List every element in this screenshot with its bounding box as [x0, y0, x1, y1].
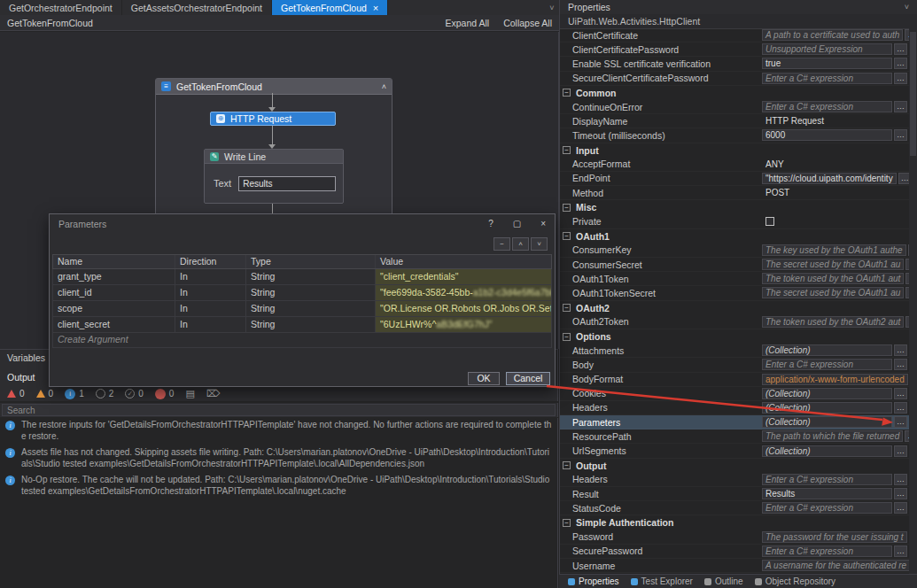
property-value-box[interactable]: The key used by the OAuth1 authe — [762, 244, 906, 256]
help-icon[interactable]: ? — [488, 219, 493, 228]
document-tab-gettokenfromcloud[interactable]: GetTokenFromCloud× — [272, 0, 388, 15]
ellipsis-button[interactable]: … — [894, 474, 907, 485]
property-value-box[interactable]: "https://cloud.uipath.com/identity — [762, 173, 897, 184]
expand-all-button[interactable]: Expand All — [446, 18, 490, 28]
property-value-box[interactable]: Enter a C# expression — [762, 101, 892, 112]
column-header-direction[interactable]: Direction — [175, 255, 246, 268]
property-value-box[interactable]: (Collection) — [762, 344, 892, 356]
filter-success-button[interactable]: ✓0 — [125, 389, 144, 398]
document-tab-getorchestratorendpoint[interactable]: GetOrchestratorEndpoint — [0, 0, 122, 15]
property-row-consumersecret[interactable]: ConsumerSecretThe secret used by the OAu… — [560, 258, 909, 272]
panel-tab-outline[interactable]: Outline — [704, 576, 743, 586]
property-row-displayname[interactable]: DisplayNameHTTP Request — [560, 114, 909, 128]
property-value-box[interactable]: (Collection) — [762, 445, 892, 457]
property-row-attachments[interactable]: Attachments(Collection)… — [560, 344, 909, 358]
log-message[interactable]: iNo-Op restore. The cache will not be up… — [5, 475, 552, 497]
log-message[interactable]: iAssets file has not changed. Skipping a… — [5, 447, 552, 469]
filter-warnings-button[interactable]: 0 — [36, 389, 54, 398]
ellipsis-button[interactable]: … — [894, 388, 907, 399]
property-row-acceptformat[interactable]: AcceptFormatANY — [560, 158, 909, 172]
property-value-box[interactable]: true — [762, 58, 892, 69]
property-row-continueonerror[interactable]: ContinueOnErrorEnter a C# expression… — [560, 100, 909, 114]
column-header-type[interactable]: Type — [246, 255, 376, 268]
close-icon[interactable]: × — [540, 219, 546, 228]
property-value-box[interactable]: A path to a certificate used to auth — [762, 29, 903, 41]
property-value-box[interactable]: 6000 — [762, 129, 892, 141]
panel-tab-test-explorer[interactable]: Test Explorer — [631, 576, 693, 586]
property-row-secureclientcertificatepassword[interactable]: SecureClientCertificatePasswordEnter a C… — [560, 72, 909, 86]
property-value-box[interactable]: Enter a C# expression — [762, 73, 892, 84]
property-row-bodyformat[interactable]: BodyFormatapplication/x-www-form-urlenco… — [560, 373, 909, 387]
param-value[interactable]: "fee699da-3582-45bb-a1b2-c3d4e5f6a7b8" — [376, 285, 551, 300]
parameters-table-header[interactable]: Name Direction Type Value — [52, 254, 552, 269]
property-value-box[interactable]: The token used by the OAuth2 aut — [762, 316, 904, 328]
ellipsis-button[interactable]: … — [894, 488, 907, 499]
property-section-input[interactable]: −Input — [560, 143, 909, 158]
http-request-activity[interactable]: ⊕ HTTP Request — [210, 112, 336, 126]
property-row-securepassword[interactable]: SecurePasswordEnter a C# expression… — [560, 545, 909, 559]
log-message[interactable]: iThe restore inputs for 'GetDetailsFromO… — [5, 420, 552, 442]
collapse-section-icon[interactable]: − — [563, 304, 571, 312]
panel-tab-object-repository[interactable]: Object Repository — [755, 576, 835, 586]
property-value-box[interactable]: The token used by the OAuth1 aut — [762, 273, 904, 284]
ellipsis-button[interactable]: … — [894, 445, 907, 457]
ellipsis-button[interactable]: … — [894, 359, 907, 370]
property-row-private[interactable]: Private — [560, 214, 909, 228]
column-header-name[interactable]: Name — [53, 255, 175, 268]
ellipsis-button[interactable]: … — [894, 416, 907, 428]
filter-errors-button[interactable]: 0 — [7, 389, 25, 398]
property-section-output[interactable]: −Output — [560, 459, 909, 473]
ellipsis-button[interactable]: … — [894, 43, 907, 55]
property-row-headers[interactable]: HeadersEnter a C# expression… — [560, 473, 909, 487]
property-row-cookies[interactable]: Cookies(Collection)… — [560, 387, 909, 401]
close-icon[interactable]: × — [373, 4, 378, 12]
parameter-row-client-id[interactable]: client_idInString"fee699da-3582-45bb-a1b… — [52, 285, 552, 301]
parameter-row-client-secret[interactable]: client_secretInString"6UzLHWr%^aB3dEfG7h… — [52, 317, 552, 333]
ellipsis-button[interactable]: … — [894, 101, 907, 112]
collapse-all-button[interactable]: Collapse All — [503, 18, 552, 28]
property-row-timeout-milliseconds[interactable]: Timeout (milliseconds)6000… — [560, 128, 909, 143]
property-row-method[interactable]: MethodPOST — [560, 186, 909, 200]
property-row-endpoint[interactable]: EndPoint"https://cloud.uipath.com/identi… — [560, 172, 909, 186]
create-argument-row[interactable]: Create Argument — [52, 333, 552, 348]
property-section-simple-authentication[interactable]: −Simple Authentication — [560, 515, 909, 530]
property-value-box[interactable]: Enter a C# expression — [762, 474, 892, 485]
param-value[interactable]: "6UzLHWr%^aB3dEfG7hJ" — [376, 317, 551, 332]
ellipsis-button[interactable]: … — [894, 502, 907, 514]
maximize-icon[interactable]: ▢ — [513, 219, 521, 228]
delete-logs-button[interactable]: ⌦ — [206, 389, 221, 398]
clear-all-button[interactable]: ▤ — [185, 389, 194, 398]
collapse-section-icon[interactable]: − — [563, 333, 571, 341]
property-row-oauth1token[interactable]: OAuth1TokenThe token used by the OAuth1 … — [560, 272, 909, 286]
write-line-text-input[interactable] — [238, 176, 336, 191]
collapse-section-icon[interactable]: − — [563, 204, 571, 212]
property-row-oauth1tokensecret[interactable]: OAuth1TokenSecretThe secret used by the … — [560, 286, 909, 300]
ellipsis-button[interactable]: … — [894, 129, 907, 141]
filter-trace-button[interactable]: 2 — [96, 389, 114, 398]
property-value-box[interactable]: Enter a C# expression — [762, 502, 892, 514]
param-value[interactable]: "OR.License OR.Robots OR.Jobs OR.Setting… — [376, 301, 551, 316]
dialog-title-bar[interactable]: Parameters ? ▢ × — [50, 214, 555, 233]
ellipsis-button[interactable]: … — [898, 173, 909, 184]
property-value-box[interactable]: (Collection) — [762, 416, 892, 428]
property-row-oauth2token[interactable]: OAuth2TokenThe token used by the OAuth2 … — [560, 315, 909, 329]
property-row-username[interactable]: UsernameA username for the authenticated… — [560, 559, 909, 573]
filter-debug-button[interactable]: 0 — [155, 389, 175, 399]
panel-chevron-icon[interactable]: ˅ — [905, 3, 909, 12]
property-row-urlsegments[interactable]: UrlSegments(Collection)… — [560, 444, 909, 458]
collapse-sequence-icon[interactable]: ˄ — [382, 82, 386, 91]
property-section-misc[interactable]: −Misc — [560, 200, 909, 214]
property-value-box[interactable]: (Collection) — [762, 388, 892, 399]
property-row-password[interactable]: PasswordThe password for the user issuin… — [560, 530, 909, 545]
property-section-common[interactable]: −Common — [560, 86, 909, 100]
ellipsis-button[interactable]: … — [894, 402, 907, 414]
property-value-box[interactable]: The password for the user issuing t — [762, 531, 907, 543]
property-value-box[interactable]: Enter a C# expression — [762, 359, 892, 370]
document-tab-getassetsorchestratorendpoint[interactable]: GetAssetsOrchestratorEndpoint — [122, 0, 272, 15]
ellipsis-button[interactable]: … — [894, 58, 907, 69]
filter-info-button[interactable]: i1 — [65, 389, 84, 399]
property-value-box[interactable]: (Collection) — [762, 402, 892, 414]
collapse-section-icon[interactable]: − — [563, 232, 571, 240]
breadcrumb[interactable]: GetTokenFromCloud — [7, 18, 93, 28]
property-row-resourcepath[interactable]: ResourcePathThe path to which the file r… — [560, 429, 909, 444]
